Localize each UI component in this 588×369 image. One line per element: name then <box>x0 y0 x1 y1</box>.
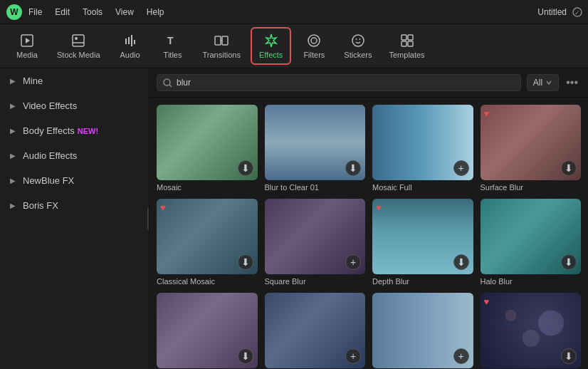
grid-thumb-surface-blur: ♥⬇ <box>481 105 582 180</box>
grid-item-mosaic[interactable]: ⬇Mosaic <box>157 105 258 192</box>
sidebar-item-newblue-fx[interactable]: ▶ NewBlue FX <box>0 168 149 193</box>
menu-edit[interactable]: Edit <box>55 7 70 17</box>
title-right: Untitled ✓ <box>537 7 582 17</box>
sidebar-item-body-effects[interactable]: ▶ Body Effects NEW! <box>0 118 149 143</box>
toolbar-effects-label: Effects <box>259 51 283 59</box>
sidebar-item-audio-effects[interactable]: ▶ Audio Effects <box>0 143 149 168</box>
grid-thumb-classical-mosaic: ♥⬇ <box>157 199 258 274</box>
effects-grid: ⬇Mosaic⬇Blur to Clear 01+Mosaic Full♥⬇Su… <box>149 98 588 369</box>
svg-point-25 <box>505 310 516 321</box>
titlebar: W File Edit Tools View Help Untitled ✓ <box>0 0 588 24</box>
grid-label-classical-mosaic: Classical Mosaic <box>157 277 258 286</box>
toolbar-templates[interactable]: Templates <box>382 28 431 63</box>
svg-point-12 <box>308 35 320 46</box>
grid-item-halo-blur[interactable]: ⬇Halo Blur <box>481 199 582 286</box>
grid-item-square-blur[interactable]: +Square Blur <box>265 199 366 286</box>
grid-item-blur-to-clear[interactable]: ⬇Blur to Clear 01 <box>265 105 366 192</box>
add-button[interactable]: + <box>453 160 469 176</box>
sidebar-collapse-button[interactable]: ‹ <box>147 207 149 230</box>
svg-point-21 <box>164 79 170 85</box>
menu-file[interactable]: File <box>28 7 42 17</box>
toolbar-stock-label: Stock Media <box>57 51 100 59</box>
svg-rect-6 <box>73 35 84 46</box>
heart-icon: ♥ <box>160 202 166 213</box>
toolbar-media[interactable]: Media <box>7 28 47 63</box>
window-title: Untitled <box>537 7 567 17</box>
toolbar: Media Stock Media Audio T Titles Transit… <box>0 24 588 68</box>
toolbar-media-label: Media <box>16 51 38 59</box>
menu-view[interactable]: View <box>115 7 134 17</box>
grid-thumb-depth-blur: ♥⬇ <box>372 199 473 274</box>
svg-marker-5 <box>26 38 30 43</box>
svg-rect-10 <box>215 36 221 45</box>
grid-label-halo-blur: Halo Blur <box>481 277 582 286</box>
download-button[interactable]: ⬇ <box>561 160 577 176</box>
svg-point-24 <box>522 330 539 347</box>
menu-help[interactable]: Help <box>147 7 164 17</box>
toolbar-transitions[interactable]: Transitions <box>196 28 248 63</box>
new-badge: NEW! <box>78 127 98 135</box>
download-button[interactable]: ⬇ <box>453 254 469 270</box>
heart-icon: ♥ <box>484 108 490 119</box>
more-options-button[interactable]: ••• <box>563 75 581 90</box>
svg-point-23 <box>538 311 564 336</box>
grid-thumb-blur-to-clear: ⬇ <box>265 105 366 180</box>
add-button[interactable]: + <box>345 348 361 364</box>
toolbar-titles[interactable]: T Titles <box>153 28 193 63</box>
search-bar: All ••• <box>149 68 588 98</box>
download-button[interactable]: ⬇ <box>238 160 253 176</box>
toolbar-stock-media[interactable]: Stock Media <box>50 28 107 63</box>
toolbar-filters[interactable]: Filters <box>294 28 334 63</box>
grid-label-square-blur: Square Blur <box>265 277 366 286</box>
toolbar-templates-label: Templates <box>389 51 424 59</box>
grid-item-classical-mosaic[interactable]: ♥⬇Classical Mosaic <box>157 199 258 286</box>
download-button[interactable]: ⬇ <box>345 160 361 176</box>
chevron-icon: ▶ <box>10 202 16 209</box>
chevron-icon: ▶ <box>10 127 16 135</box>
sidebar-item-boris-fx-label: Boris FX <box>23 200 58 211</box>
grid-item-urban-bokeh[interactable]: ♥⬇ Urban Bokeh <box>481 293 582 369</box>
download-button[interactable]: ⬇ <box>238 348 253 364</box>
grid-item-radial-blur[interactable]: +Radial Blur <box>372 293 473 369</box>
download-button[interactable]: ⬇ <box>561 254 577 270</box>
grid-item-face-off[interactable]: +Face-off <box>265 293 366 369</box>
sidebar-item-video-effects-label: Video Effects <box>23 100 77 111</box>
svg-rect-20 <box>408 41 413 46</box>
add-button[interactable]: + <box>345 254 361 270</box>
svg-text:T: T <box>167 35 174 46</box>
grid-item-surface-blur[interactable]: ♥⬇Surface Blur <box>481 105 582 192</box>
toolbar-stickers[interactable]: Stickers <box>337 28 379 63</box>
sidebar-item-boris-fx[interactable]: ▶ Boris FX <box>0 193 149 218</box>
search-input[interactable] <box>177 78 515 88</box>
sidebar-item-audio-effects-label: Audio Effects <box>23 150 77 161</box>
sidebar-item-mine-label: Mine <box>23 76 43 86</box>
heart-icon: ♥ <box>376 202 382 213</box>
grid-item-mosaic-face[interactable]: ⬇Mosaic Face <box>157 293 258 369</box>
svg-point-14 <box>352 35 364 46</box>
grid-thumb-mosaic-full: + <box>372 105 473 180</box>
grid-item-depth-blur[interactable]: ♥⬇Depth Blur <box>372 199 473 286</box>
sidebar-item-mine[interactable]: ▶ Mine <box>0 68 149 93</box>
svg-rect-18 <box>408 35 413 40</box>
search-box[interactable] <box>157 74 521 91</box>
svg-text:W: W <box>10 7 19 17</box>
download-button[interactable]: ⬇ <box>238 254 253 270</box>
grid-thumb-mosaic: ⬇ <box>157 105 258 180</box>
grid-thumb-square-blur: + <box>265 199 366 274</box>
grid-label-depth-blur: Depth Blur <box>372 277 473 286</box>
grid-thumb-urban-bokeh: ♥⬇ <box>481 293 582 368</box>
toolbar-audio[interactable]: Audio <box>110 28 150 63</box>
filter-dropdown[interactable]: All <box>527 74 559 91</box>
grid-item-mosaic-full[interactable]: +Mosaic Full <box>372 105 473 192</box>
sidebar-item-video-effects[interactable]: ▶ Video Effects <box>0 93 149 118</box>
filter-label: All <box>533 78 542 88</box>
add-button[interactable]: + <box>453 348 469 364</box>
toolbar-audio-label: Audio <box>120 51 140 59</box>
svg-point-15 <box>355 38 357 40</box>
chevron-down-icon <box>545 79 552 86</box>
menu-tools[interactable]: Tools <box>83 7 103 17</box>
svg-text:✓: ✓ <box>574 9 580 16</box>
menu-bar: File Edit Tools View Help <box>28 7 537 17</box>
sidebar-item-newblue-fx-label: NewBlue FX <box>23 175 74 186</box>
toolbar-effects[interactable]: Effects <box>251 27 291 65</box>
